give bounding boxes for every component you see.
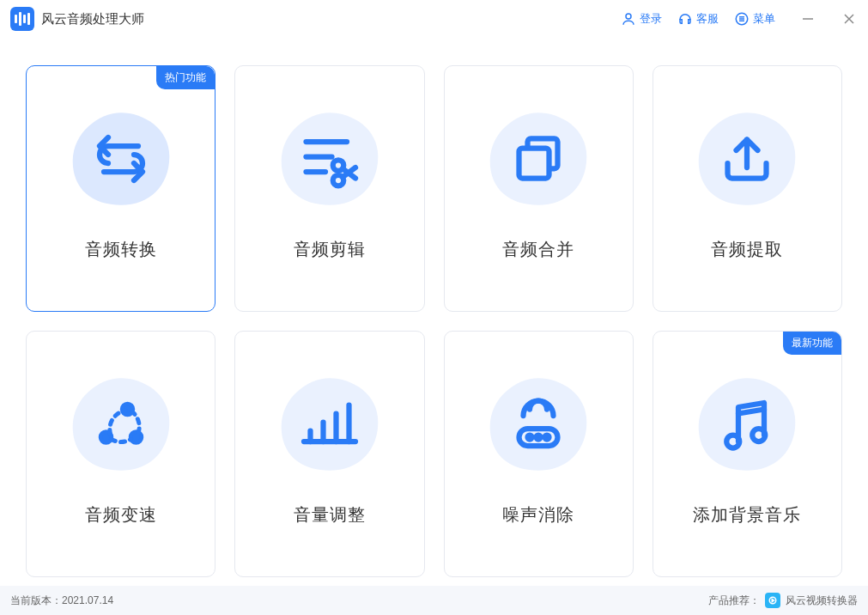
svg-point-0: [626, 14, 631, 19]
svg-point-27: [545, 435, 549, 440]
svg-point-25: [528, 435, 532, 440]
recommend-product-link[interactable]: 风云视频转换器: [786, 594, 858, 608]
card-label: 噪声消除: [502, 503, 574, 527]
login-label: 登录: [640, 11, 662, 27]
menu-label: 菜单: [753, 11, 775, 27]
headset-icon: [677, 11, 693, 27]
menu-button[interactable]: 菜单: [734, 11, 775, 27]
merge-icon: [483, 104, 593, 214]
badge-hot: 热门功能: [156, 66, 215, 89]
svg-point-30: [753, 429, 766, 441]
card-audio-extract[interactable]: 音频提取: [653, 65, 842, 312]
titlebar-actions: 登录 客服 菜单: [621, 10, 858, 27]
feature-grid: 热门功能 音频转换 音频剪辑: [0, 38, 868, 586]
minimize-icon: [801, 12, 815, 26]
card-label: 音量调整: [294, 503, 366, 527]
version-label: 当前版本：: [10, 594, 62, 608]
card-add-bg-music[interactable]: 最新功能 添加背景音乐: [653, 331, 842, 577]
scissors-icon: [275, 104, 385, 214]
card-volume-adjust[interactable]: 音量调整: [234, 331, 424, 577]
recommend-label: 产品推荐：: [708, 594, 760, 608]
card-audio-edit[interactable]: 音频剪辑: [234, 65, 424, 312]
card-label: 音频转换: [85, 238, 157, 261]
card-label: 音频剪辑: [294, 238, 366, 261]
support-button[interactable]: 客服: [677, 11, 719, 27]
badge-new: 最新功能: [783, 332, 841, 355]
card-noise-removal[interactable]: 噪声消除: [444, 331, 634, 577]
extract-icon: [692, 104, 802, 214]
noise-icon: [483, 369, 593, 479]
app-title: 风云音频处理大师: [41, 11, 144, 27]
card-label: 添加背景音乐: [693, 503, 801, 527]
menu-icon: [734, 11, 750, 27]
version-value: 2021.07.14: [62, 594, 113, 606]
support-label: 客服: [696, 11, 719, 27]
card-audio-merge[interactable]: 音频合并: [444, 65, 634, 312]
minimize-button[interactable]: [799, 10, 816, 27]
card-label: 音频变速: [85, 503, 157, 527]
recommend-product-icon: [765, 593, 780, 608]
login-button[interactable]: 登录: [621, 11, 662, 27]
svg-rect-15: [519, 149, 549, 179]
user-icon: [621, 11, 636, 27]
product-recommend: 产品推荐： 风云视频转换器: [708, 593, 858, 608]
volume-icon: [275, 369, 385, 479]
statusbar: 当前版本： 2021.07.14 产品推荐： 风云视频转换器: [0, 586, 868, 615]
card-label: 音频合并: [502, 238, 574, 261]
svg-line-28: [738, 410, 764, 414]
card-label: 音频提取: [711, 238, 783, 261]
music-icon: [692, 369, 802, 479]
speed-icon: [66, 369, 176, 479]
close-button[interactable]: [841, 10, 858, 27]
convert-icon: [66, 104, 176, 214]
svg-point-26: [537, 435, 541, 440]
close-icon: [842, 12, 856, 26]
svg-point-29: [727, 435, 740, 448]
card-audio-speed[interactable]: 音频变速: [26, 331, 215, 577]
card-audio-convert[interactable]: 热门功能 音频转换: [26, 65, 215, 312]
titlebar: 风云音频处理大师 登录 客服 菜单: [0, 0, 868, 38]
app-logo-icon: [10, 7, 34, 31]
